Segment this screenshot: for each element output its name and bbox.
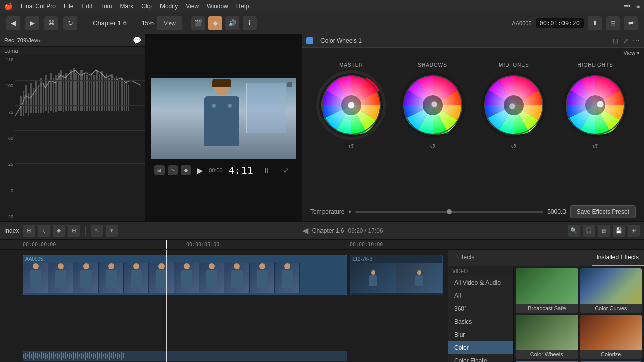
- master-color-wheel[interactable]: [316, 70, 386, 140]
- svg-rect-99: [89, 352, 90, 359]
- refresh-button[interactable]: ↻: [63, 16, 77, 30]
- effects-item-blur[interactable]: Blur: [448, 328, 513, 341]
- effects-browser: Effects Installed Effects VIDEO All Vide…: [448, 250, 644, 362]
- temperature-knob[interactable]: [447, 209, 452, 214]
- svg-rect-93: [77, 352, 78, 359]
- scale-val-75: 75: [2, 110, 13, 115]
- forward-button[interactable]: ▶: [25, 16, 39, 30]
- menu-mark[interactable]: Mark: [120, 3, 134, 10]
- effect-color-curves[interactable]: Color Curves: [580, 268, 642, 313]
- menu-modify[interactable]: Modify: [160, 3, 178, 10]
- panel-minimize-btn[interactable]: ⊟: [613, 37, 619, 45]
- panel-more-btn[interactable]: ⋯: [633, 37, 640, 45]
- tl-clip-btn[interactable]: ⊞: [23, 225, 35, 237]
- svg-rect-8: [40, 78, 42, 113]
- midtones-color-wheel[interactable]: [478, 70, 549, 140]
- tl-split-btn[interactable]: ⊞: [628, 225, 640, 237]
- effect-colorize[interactable]: Colorize: [580, 315, 642, 359]
- shadows-color-wheel[interactable]: [397, 70, 468, 140]
- effects-item-color-finale[interactable]: Color Finale: [448, 354, 513, 362]
- waveform-chat-icon[interactable]: 💬: [133, 36, 141, 44]
- tl-marker-btn[interactable]: ◆: [53, 225, 65, 237]
- menu-window[interactable]: Window: [207, 3, 228, 10]
- svg-rect-84: [59, 354, 60, 358]
- video-clip-1[interactable]: AA0005: [23, 255, 347, 295]
- menu-list-icon[interactable]: ≡: [636, 3, 640, 10]
- svg-rect-6: [35, 80, 37, 113]
- tl-monitor-btn[interactable]: 🖥: [598, 225, 610, 237]
- film-icon[interactable]: 🎬: [191, 16, 205, 30]
- key-icon[interactable]: ⌘: [44, 16, 58, 30]
- menu-file[interactable]: File: [64, 3, 73, 10]
- video-clip-2[interactable]: 112-76-3: [350, 255, 443, 295]
- effects-item-color[interactable]: Color: [448, 341, 513, 354]
- effect-colorize-label: Colorize: [580, 350, 642, 359]
- toolbar: ◀ ▶ ⌘ ↻ Chapter 1.6 15% View 🎬 ◆ 🔊 ℹ AA0…: [0, 12, 644, 34]
- color-view-btn[interactable]: View ▾: [623, 50, 640, 56]
- highlights-label: HIGHLIGHTS: [578, 62, 613, 68]
- grid-button[interactable]: ⊞: [606, 16, 620, 30]
- prev-chapter-btn[interactable]: ◀: [302, 226, 308, 235]
- tl-zoom-btn[interactable]: 🔍: [568, 225, 580, 237]
- tl-audio-btn[interactable]: ♫: [38, 225, 50, 237]
- svg-rect-114: [119, 354, 120, 358]
- view-dropdown[interactable]: View: [157, 16, 182, 30]
- tl-save-btn[interactable]: 💾: [613, 225, 625, 237]
- preview-video: ⬛: [151, 78, 296, 159]
- chapter-name: Chapter 1.6: [312, 227, 344, 234]
- highlights-color-wheel[interactable]: [560, 70, 630, 140]
- save-preset-button[interactable]: Save Effects Preset: [570, 205, 636, 218]
- master-reset-btn[interactable]: ↺: [348, 142, 354, 150]
- effect-color-wheels[interactable]: Color Wheels: [516, 315, 578, 359]
- menu-clip[interactable]: Clip: [141, 3, 152, 10]
- effects-item-360[interactable]: 360°: [448, 302, 513, 315]
- luma-label: Luma: [0, 47, 145, 55]
- installed-effects-tab[interactable]: Installed Effects: [592, 250, 645, 266]
- highlights-reset-btn[interactable]: ↺: [592, 142, 598, 150]
- svg-rect-113: [117, 353, 118, 359]
- color-icon[interactable]: ◆: [208, 16, 222, 30]
- effect-name-field[interactable]: [317, 36, 609, 45]
- temperature-slider[interactable]: [355, 211, 543, 213]
- tl-select-arrow[interactable]: ▾: [106, 225, 118, 237]
- audio-icon[interactable]: 🔊: [225, 16, 239, 30]
- tl-headphones-btn[interactable]: 🎧: [583, 225, 595, 237]
- effect-enable-checkbox[interactable]: [306, 37, 313, 44]
- clip-view-btn[interactable]: ⊞: [154, 165, 165, 175]
- fullscreen-btn[interactable]: ⤢: [279, 163, 293, 177]
- menu-finalcutpro[interactable]: Final Cut Pro: [21, 3, 56, 10]
- wheels-view-bar: View ▾: [302, 48, 644, 58]
- menu-help[interactable]: Help: [236, 3, 249, 10]
- info-icon[interactable]: ℹ: [243, 16, 257, 30]
- tl-group-btn[interactable]: ⊟: [68, 225, 80, 237]
- waveform-view-btn[interactable]: View: [26, 37, 38, 43]
- shadows-reset-btn[interactable]: ↺: [430, 142, 436, 150]
- effects-item-all[interactable]: All: [448, 289, 513, 302]
- svg-rect-70: [31, 354, 32, 358]
- master-label: MASTER: [339, 62, 363, 68]
- waveform-btn[interactable]: 〜: [168, 165, 178, 175]
- menu-trim[interactable]: Trim: [100, 3, 112, 10]
- pause-btn[interactable]: ⏸: [259, 163, 273, 177]
- effect-broadcast-safe[interactable]: Broadcast Safe: [516, 268, 578, 313]
- svg-rect-67: [25, 353, 26, 359]
- waveform-panel: Rec. 709 View ▾ 💬 Luma 116 100 75 60 25 …: [0, 34, 146, 221]
- panel-expand-btn[interactable]: ⤢: [623, 37, 629, 45]
- menu-view[interactable]: View: [186, 3, 199, 10]
- menu-dots[interactable]: •••: [624, 3, 630, 10]
- midtones-reset-btn[interactable]: ↺: [511, 142, 517, 150]
- apple-menu[interactable]: 🍎: [4, 2, 13, 10]
- effects-item-basics[interactable]: Basics: [448, 315, 513, 328]
- svg-rect-105: [101, 352, 102, 359]
- menu-edit[interactable]: Edit: [82, 3, 92, 10]
- svg-rect-4: [30, 83, 32, 113]
- effects-item-allvideo[interactable]: All Video & Audio: [448, 276, 513, 289]
- share-button[interactable]: ⬆: [588, 16, 602, 30]
- back-button[interactable]: ◀: [6, 16, 20, 30]
- index-button[interactable]: Index: [4, 227, 19, 234]
- tl-select-btn[interactable]: ↖: [91, 225, 103, 237]
- effects-tab[interactable]: Effects: [448, 250, 482, 266]
- play-button[interactable]: ▶: [197, 166, 203, 175]
- marker-btn[interactable]: ◆: [181, 165, 191, 175]
- sync-button[interactable]: ⇌: [624, 16, 638, 30]
